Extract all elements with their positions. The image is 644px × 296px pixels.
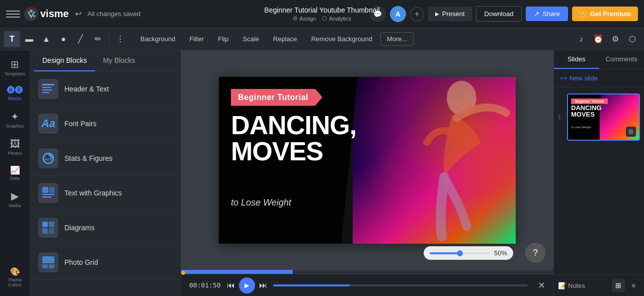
list-item-text-graphics[interactable]: Text with Graphics	[30, 176, 181, 211]
clock-icon[interactable]: ⏰	[591, 32, 606, 47]
settings-icon[interactable]: ⚙	[608, 32, 623, 47]
share-button[interactable]: ↗ Share	[526, 7, 568, 21]
timeline-bar: 00:01:50 ⏮ ▶ ⏭ ✕	[181, 274, 553, 296]
analytics-link[interactable]: ⬡ Analytics	[322, 15, 351, 22]
line-tool[interactable]: ╱	[72, 31, 89, 47]
skip-forward-button[interactable]: ⏭	[259, 277, 267, 293]
remove-background-button[interactable]: Remove Background	[305, 33, 378, 45]
svg-point-2	[33, 15, 35, 17]
sidebar-item-theme-colors[interactable]: 🎨 Theme Colors	[2, 263, 28, 292]
menu-button[interactable]	[6, 7, 20, 21]
svg-rect-19	[42, 264, 48, 268]
close-timeline-button[interactable]: ✕	[538, 280, 545, 291]
templates-icon: ⊞	[11, 58, 19, 70]
download-button[interactable]: Download	[476, 6, 522, 22]
sidebar-item-media[interactable]: ▶ Media	[2, 186, 28, 213]
top-right-actions: 💬 A + ▶ Present Download ↗ Share 👑 Get P…	[370, 6, 638, 22]
header-text-label: Header & Text	[64, 85, 109, 93]
user-avatar[interactable]: A	[390, 6, 406, 22]
svg-rect-6	[42, 92, 49, 93]
present-button[interactable]: ▶ Present	[428, 7, 472, 21]
photos-label: Photos	[8, 151, 22, 156]
replace-button[interactable]: Replace	[267, 33, 303, 45]
thumb-main: DANCINGMOVES	[571, 105, 602, 118]
thumb-banner: Beginner Tutorial	[571, 98, 608, 104]
premium-button[interactable]: 👑 Get Premium	[572, 7, 638, 21]
sidebar-item-photos[interactable]: 🖼 Photos	[2, 134, 28, 160]
svg-rect-13	[49, 187, 54, 193]
tab-comments[interactable]: Comments	[599, 50, 645, 69]
scale-button[interactable]: Scale	[236, 33, 265, 45]
assign-link[interactable]: ⊘ Assign	[293, 15, 316, 22]
list-item-header-text[interactable]: Header & Text	[30, 72, 181, 107]
more-tools[interactable]: ⋮	[112, 31, 128, 47]
canvas-frame[interactable]: Beginner Tutorial DANCING, MOVES to Lose…	[219, 77, 516, 244]
svg-rect-11	[42, 194, 54, 195]
document-title-section: Beginner Tutorial Youtube Thumbnail ⊘ As…	[264, 6, 379, 22]
timeline-track[interactable]	[273, 284, 528, 286]
media-icon: ▶	[11, 190, 19, 202]
list-item-stats[interactable]: 40% Stats & Figures	[30, 141, 181, 176]
background-button[interactable]: Background	[134, 33, 181, 45]
music-icon[interactable]: ♪	[574, 32, 589, 47]
new-slide-button[interactable]: + + New slide	[554, 69, 644, 87]
filter-button[interactable]: Filter	[183, 33, 210, 45]
share-icon: ↗	[534, 10, 539, 18]
play-button[interactable]: ▶	[239, 277, 255, 293]
text-graphics-label: Text with Graphics	[64, 189, 122, 197]
property-bar: Background Filter Flip Scale Replace Rem…	[134, 32, 414, 46]
more-options-button[interactable]: More...	[380, 32, 414, 46]
notes-label: Notes	[568, 282, 585, 289]
sidebar-item-data[interactable]: 📈 Data	[2, 161, 28, 185]
main-area: ⊞ Templates 🅐🅑 Basics ✦ Graphics 🖼 Photo…	[0, 50, 644, 296]
plus-icon: +	[560, 74, 564, 82]
zoom-thumb[interactable]	[457, 250, 463, 256]
list-item-photo-grid[interactable]: Photo Grid	[30, 245, 181, 280]
app-logo: visme	[24, 7, 69, 21]
flip-button[interactable]: Flip	[212, 33, 234, 45]
stats-icon: 40%	[38, 148, 58, 168]
stats-label: Stats & Figures	[64, 154, 113, 162]
tab-my-blocks[interactable]: My Blocks	[95, 50, 143, 71]
canvas-scroll[interactable]: Beginner Tutorial DANCING, MOVES to Lose…	[181, 50, 553, 270]
sidebar-item-templates[interactable]: ⊞ Templates	[2, 54, 28, 81]
notes-button[interactable]: 📝 Notes	[558, 282, 585, 289]
progress-bar-area	[181, 270, 553, 274]
canvas-area: Beginner Tutorial DANCING, MOVES to Lose…	[181, 50, 553, 296]
sidebar-item-basics[interactable]: 🅐🅑 Basics	[2, 82, 28, 106]
svg-point-1	[30, 10, 33, 13]
svg-rect-10	[42, 187, 48, 193]
graphics-label: Graphics	[6, 124, 24, 129]
crown-icon: 👑	[579, 10, 587, 18]
help-button[interactable]: ?	[525, 243, 545, 263]
svg-rect-3	[42, 84, 54, 85]
grid-view-button[interactable]: ⊞	[612, 279, 625, 292]
list-view-button[interactable]: ≡	[627, 279, 640, 292]
sidebar-item-graphics[interactable]: ✦ Graphics	[2, 107, 28, 133]
text-tool[interactable]: T	[4, 31, 20, 47]
tab-design-blocks[interactable]: Design Blocks	[34, 50, 95, 71]
save-status: All changes saved	[88, 10, 141, 18]
canvas-main-text: DANCING, MOVES	[231, 112, 356, 164]
zoom-slider[interactable]	[430, 252, 490, 254]
list-item-diagrams[interactable]: Diagrams	[30, 211, 181, 245]
list-item-font-pairs[interactable]: Aa Font Pairs	[30, 107, 181, 141]
svg-rect-20	[49, 264, 54, 268]
slide-1-thumbnail[interactable]: Beginner Tutorial DANCINGMOVES to Lose W…	[567, 93, 640, 141]
svg-rect-14	[42, 222, 48, 227]
text-graphics-svg	[41, 186, 55, 200]
add-collaborator-button[interactable]: +	[410, 7, 424, 21]
tab-slides[interactable]: Slides	[554, 50, 599, 69]
slide-options-icon[interactable]: ⊞	[626, 127, 636, 137]
circle-tool[interactable]: ●	[55, 31, 71, 47]
tool-separator	[109, 33, 109, 45]
panel-tabs: Design Blocks My Blocks	[30, 50, 181, 72]
basics-icon: 🅐🅑	[7, 86, 23, 95]
undo-button[interactable]: ↩	[75, 9, 82, 19]
share-icon[interactable]: ⬡	[625, 32, 640, 47]
rectangle-tool[interactable]: ▬	[21, 31, 37, 47]
banner-text: Beginner Tutorial	[238, 93, 308, 102]
pen-tool[interactable]: ✏	[90, 31, 106, 47]
skip-back-button[interactable]: ⏮	[227, 277, 235, 293]
triangle-tool[interactable]: ▲	[38, 31, 54, 47]
